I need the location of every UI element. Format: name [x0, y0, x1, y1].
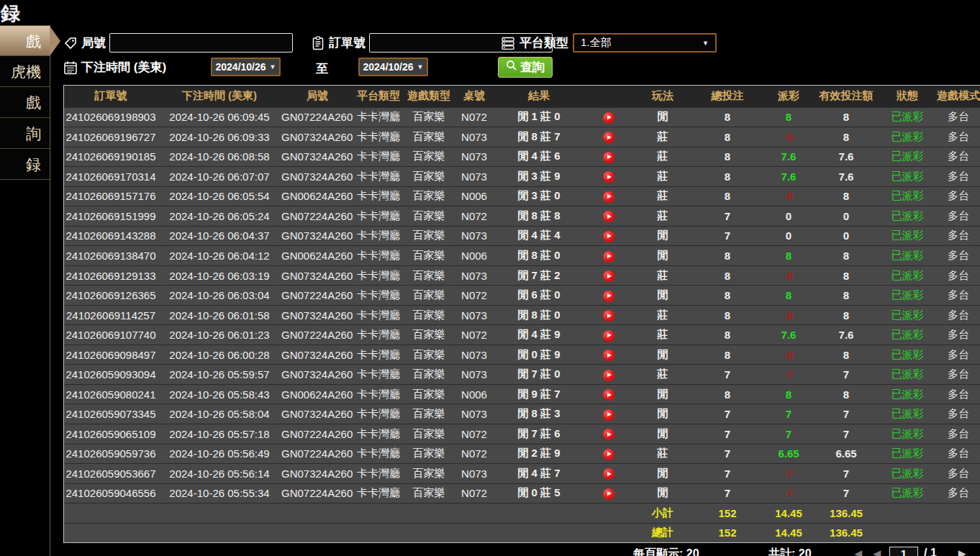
bet-time-cell: 2024-10-26 06:05:54 — [158, 186, 281, 206]
status-cell: 已派彩 — [879, 226, 936, 246]
replay-play-icon[interactable] — [603, 370, 614, 381]
replay-play-icon[interactable] — [603, 330, 614, 342]
next-page-icon[interactable]: ▶ — [958, 548, 966, 556]
sidebar-item[interactable]: 録 — [0, 149, 50, 180]
platform-cell: 卡卡灣廳 — [353, 206, 404, 227]
replay-play-icon[interactable] — [603, 112, 614, 124]
replay-play-icon[interactable] — [603, 231, 614, 242]
round-number-input[interactable] — [109, 33, 293, 53]
status-cell: 已派彩 — [879, 305, 936, 325]
first-page-icon[interactable]: ◀ — [855, 548, 862, 556]
replay-play-icon[interactable] — [603, 429, 614, 440]
platform-cell: 卡卡灣廳 — [353, 226, 404, 246]
replay-cell — [584, 246, 634, 266]
column-header: 派彩 — [763, 86, 814, 107]
replay-play-icon[interactable] — [603, 468, 614, 480]
table-row: 2410260691989032024-10-26 06:09:45GN0722… — [64, 107, 980, 127]
valid-bet-cell: 7 — [814, 424, 879, 445]
replay-play-icon[interactable] — [603, 152, 614, 163]
replay-play-icon[interactable] — [603, 251, 614, 263]
sidebar-item[interactable]: 詢 — [0, 118, 50, 149]
replay-cell — [584, 325, 634, 345]
date-to-picker[interactable]: 2024/10/26 ▼ — [358, 58, 428, 76]
replay-play-icon[interactable] — [603, 350, 614, 361]
bet-time-cell: 2024-10-26 05:56:14 — [158, 464, 281, 484]
replay-play-icon[interactable] — [603, 449, 614, 460]
round-number-cell: GN00624A260FP — [281, 246, 353, 266]
order-number-cell: 241026069129133 — [64, 265, 158, 286]
bet-time-cell: 2024-10-26 06:09:45 — [158, 107, 281, 127]
status-cell: 已派彩 — [879, 444, 936, 464]
sidebar-item[interactable]: 戲 — [0, 87, 50, 118]
replay-play-icon[interactable] — [603, 389, 614, 401]
replay-play-icon[interactable] — [603, 132, 614, 143]
table-row: 2410260691077402024-10-26 06:01:23GN0722… — [64, 325, 980, 345]
column-header: 平台類型 — [353, 86, 404, 107]
column-header: 下注時間 (美東) — [158, 86, 281, 107]
replay-play-icon[interactable] — [603, 270, 614, 282]
date-from-picker[interactable]: 2024/10/26 ▼ — [211, 58, 281, 76]
sidebar-item[interactable]: 戲 — [0, 25, 50, 56]
play-method-cell: 莊 — [634, 325, 691, 345]
game-type-cell: 百家樂 — [404, 186, 454, 206]
play-method-cell: 莊 — [634, 127, 691, 147]
replay-play-icon[interactable] — [603, 310, 614, 322]
payout-cell: -7 — [763, 365, 814, 385]
replay-cell — [584, 345, 634, 365]
result-cell: 閒 6 莊 0 — [494, 286, 584, 306]
table-row: 2410260691703142024-10-26 06:07:07GN0732… — [64, 167, 980, 187]
play-method-cell: 閒 — [634, 384, 691, 404]
order-number-cell: 241026069196727 — [64, 127, 158, 147]
platform-cell: 卡卡灣廳 — [353, 483, 404, 503]
table-number-cell: N072 — [454, 286, 494, 306]
platform-type-value: 1.全部 — [581, 36, 612, 50]
play-method-cell: 閒 — [634, 286, 691, 306]
round-number-cell: GN07324A260EQ — [281, 365, 353, 385]
total-bet-cell: 8 — [691, 127, 763, 147]
replay-cell — [584, 444, 634, 464]
payout-cell: -8 — [763, 305, 814, 325]
table-row: 2410260590651092024-10-26 05:57:18GN0722… — [64, 424, 980, 445]
prev-page-icon[interactable]: ◀ — [874, 548, 881, 556]
table-number-cell: N073 — [454, 464, 494, 484]
replay-play-icon[interactable] — [603, 191, 614, 203]
round-number-cell: GN07224A260EB — [281, 286, 353, 306]
table-number-cell: N006 — [454, 186, 494, 206]
valid-bet-cell: 7.6 — [814, 147, 879, 167]
result-cell: 閒 7 莊 6 — [494, 424, 584, 445]
column-header: 桌號 — [454, 86, 494, 107]
game-mode-cell: 多台 — [936, 365, 980, 385]
replay-play-icon[interactable] — [603, 171, 614, 183]
play-method-cell: 莊 — [634, 305, 691, 325]
table-row: 2410260590733452024-10-26 05:58:04GN0732… — [64, 404, 980, 424]
replay-play-icon[interactable] — [603, 211, 614, 222]
game-type-cell: 百家樂 — [404, 365, 454, 385]
order-number-cell: 241026069098497 — [64, 345, 158, 365]
replay-play-icon[interactable] — [603, 488, 614, 500]
game-mode-cell: 多台 — [936, 305, 980, 325]
platform-type-select[interactable]: 1.全部 ▼ — [573, 33, 717, 53]
total-bet-cell: 7 — [691, 404, 763, 424]
table-number-cell: N073 — [454, 127, 494, 147]
game-type-cell: 百家樂 — [404, 107, 454, 127]
page-number-input[interactable]: 1 — [889, 547, 918, 556]
status-cell: 已派彩 — [879, 424, 936, 445]
valid-bet-cell: 0 — [814, 206, 879, 227]
total-bet-cell: 8 — [691, 186, 763, 206]
query-button[interactable]: 查詢 — [498, 57, 553, 78]
to-label: 至 — [316, 60, 328, 77]
total-row-valid-bet: 136.45 — [814, 523, 879, 542]
status-cell: 已派彩 — [879, 127, 936, 147]
play-method-cell: 莊 — [634, 167, 691, 187]
server-icon — [501, 36, 515, 50]
sidebar-item[interactable]: 虎機 — [0, 56, 50, 87]
replay-play-icon[interactable] — [603, 291, 614, 302]
game-type-cell: 百家樂 — [404, 444, 454, 464]
replay-play-icon[interactable] — [603, 409, 614, 421]
bet-time-cell: 2024-10-26 05:58:04 — [158, 404, 281, 424]
play-method-cell: 閒 — [634, 483, 691, 503]
table-row: 2410260691571762024-10-26 06:05:54GN0062… — [64, 186, 980, 206]
result-cell: 閒 8 莊 8 — [494, 206, 584, 227]
valid-bet-cell: 7 — [814, 483, 879, 503]
round-number-cell: GN07324A260ER — [281, 345, 353, 365]
